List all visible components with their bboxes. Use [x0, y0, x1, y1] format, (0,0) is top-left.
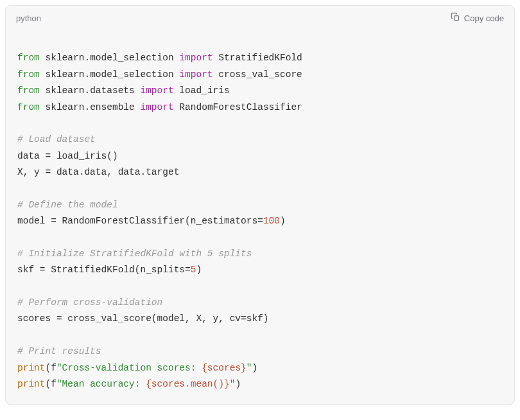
svg-rect-0: [454, 16, 458, 21]
code-line: [17, 328, 503, 344]
copy-label: Copy code: [464, 13, 504, 23]
code-line: [17, 34, 503, 50]
code-content[interactable]: from sklearn.model_selection import Stra…: [6, 29, 514, 404]
code-line: # Perform cross-validation: [17, 295, 503, 311]
code-line: scores = cross_val_score(model, X, y, cv…: [17, 311, 503, 327]
code-line: print(f"Cross-validation scores: {scores…: [17, 360, 503, 376]
code-line: [17, 116, 503, 132]
code-line: skf = StratifiedKFold(n_splits=5): [17, 262, 503, 278]
code-header: python Copy code: [6, 6, 514, 29]
code-line: [17, 180, 503, 197]
code-line: # Initialize StratifiedKFold with 5 spli…: [17, 246, 503, 262]
code-line: # Print results: [17, 344, 503, 360]
code-block: python Copy code from sklearn.model_sele…: [5, 5, 515, 405]
code-line: model = RandomForestClassifier(n_estimat…: [17, 213, 503, 229]
code-line: [17, 230, 503, 246]
code-line: X, y = data.data, data.target: [17, 164, 503, 180]
language-label: python: [16, 13, 41, 23]
code-line: from sklearn.datasets import load_iris: [17, 83, 503, 99]
code-line: # Load dataset: [17, 132, 503, 148]
code-line: from sklearn.ensemble import RandomFores…: [17, 100, 503, 116]
copy-icon: [451, 12, 460, 24]
copy-code-button[interactable]: Copy code: [451, 12, 504, 24]
code-line: print(f"Mean accuracy: {scores.mean()}"): [17, 376, 503, 392]
code-line: [17, 279, 503, 295]
code-line: from sklearn.model_selection import cros…: [17, 67, 503, 83]
code-line: # Define the model: [17, 197, 503, 213]
code-line: data = load_iris(): [17, 148, 503, 164]
code-line: from sklearn.model_selection import Stra…: [17, 50, 503, 66]
